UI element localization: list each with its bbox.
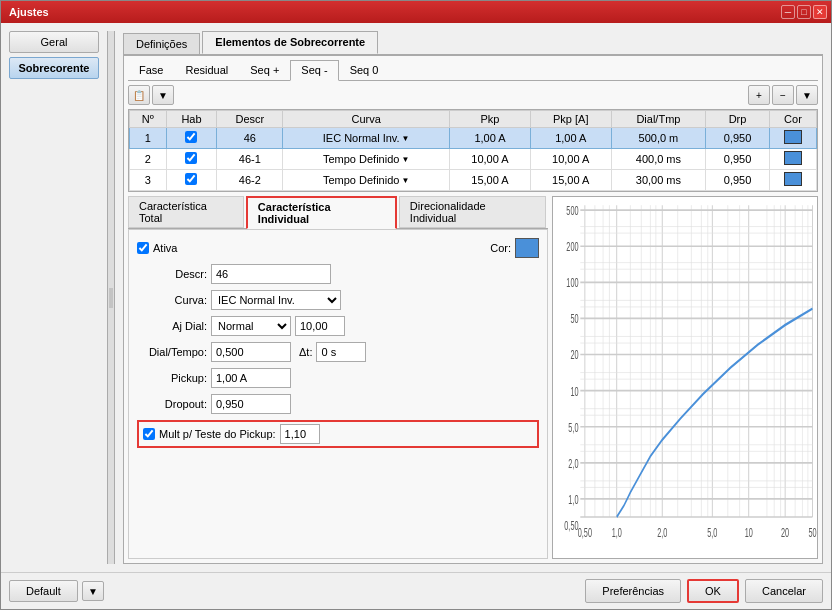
dial-tempo-label: Dial/Tempo: bbox=[137, 346, 207, 358]
add-button[interactable]: + bbox=[748, 85, 770, 105]
mult-row: Mult p/ Teste do Pickup: bbox=[137, 420, 539, 448]
curva-label: Curva: bbox=[137, 294, 207, 306]
cell-curva[interactable]: IEC Normal Inv.▼ bbox=[283, 128, 450, 149]
tab-residual[interactable]: Residual bbox=[174, 60, 239, 80]
cor-label: Cor: bbox=[490, 242, 511, 254]
svg-rect-2 bbox=[553, 197, 817, 558]
default-button[interactable]: Default bbox=[9, 580, 78, 602]
ativa-checkbox[interactable] bbox=[137, 242, 149, 254]
props-area: Característica Total Característica Indi… bbox=[128, 196, 548, 559]
ativa-row: Ativa Cor: bbox=[137, 238, 539, 258]
resize-handle[interactable] bbox=[107, 31, 115, 564]
ok-button[interactable]: OK bbox=[687, 579, 739, 603]
curva-select[interactable]: IEC Normal Inv. Tempo Definido bbox=[211, 290, 341, 310]
cell-descr: 46-2 bbox=[217, 170, 283, 191]
cell-curva[interactable]: Tempo Definido▼ bbox=[283, 170, 450, 191]
tab-elementos[interactable]: Elementos de Sobrecorrente bbox=[202, 31, 378, 54]
mult-input[interactable] bbox=[280, 424, 320, 444]
left-panel: Geral Sobrecorente bbox=[9, 31, 99, 564]
aj-dial-label: Aj Dial: bbox=[137, 320, 207, 332]
cancelar-button[interactable]: Cancelar bbox=[745, 579, 823, 603]
mult-checkbox[interactable] bbox=[143, 428, 155, 440]
default-dropdown[interactable]: ▼ bbox=[82, 581, 104, 601]
tab-caracteristica-individual[interactable]: Característica Individual bbox=[246, 196, 397, 229]
close-button[interactable]: ✕ bbox=[813, 5, 827, 19]
svg-text:10: 10 bbox=[745, 524, 753, 539]
chart-and-props: Característica Total Característica Indi… bbox=[128, 196, 818, 559]
dropout-input[interactable] bbox=[211, 394, 291, 414]
dial-tempo-row: Dial/Tempo: Δt: bbox=[137, 342, 539, 362]
cell-cor[interactable] bbox=[769, 149, 816, 170]
cell-cor[interactable] bbox=[769, 170, 816, 191]
minimize-button[interactable]: ─ bbox=[781, 5, 795, 19]
cell-descr: 46-1 bbox=[217, 149, 283, 170]
dropout-label: Dropout: bbox=[137, 398, 207, 410]
cell-dial: 30,00 ms bbox=[611, 170, 706, 191]
maximize-button[interactable]: □ bbox=[797, 5, 811, 19]
cell-cor[interactable] bbox=[769, 128, 816, 149]
cell-dial: 500,0 m bbox=[611, 128, 706, 149]
cell-hab[interactable] bbox=[166, 128, 217, 149]
cor-button[interactable] bbox=[515, 238, 539, 258]
svg-text:50: 50 bbox=[570, 311, 578, 326]
svg-text:2,0: 2,0 bbox=[568, 455, 578, 470]
main-content: Definições Elementos de Sobrecorrente Fa… bbox=[123, 31, 823, 564]
cell-hab[interactable] bbox=[166, 149, 217, 170]
cell-pkp: 1,00 A bbox=[450, 128, 531, 149]
content-panel: Fase Residual Seq + Seq - Seq 0 📋 ▼ + − … bbox=[123, 55, 823, 564]
col-cor: Cor bbox=[769, 111, 816, 128]
cell-num: 2 bbox=[130, 149, 167, 170]
delta-t-input[interactable] bbox=[316, 342, 366, 362]
outer-tab-bar: Definições Elementos de Sobrecorrente bbox=[123, 31, 823, 55]
tab-seq0[interactable]: Seq 0 bbox=[339, 60, 390, 80]
cell-drp: 0,950 bbox=[706, 170, 770, 191]
pickup-input[interactable] bbox=[211, 368, 291, 388]
cell-pkp: 10,00 A bbox=[450, 149, 531, 170]
col-dial: Dial/Tmp bbox=[611, 111, 706, 128]
ativa-label: Ativa bbox=[153, 242, 177, 254]
geral-button[interactable]: Geral bbox=[9, 31, 99, 53]
delta-t-label: Δt: bbox=[299, 346, 312, 358]
col-hab: Hab bbox=[166, 111, 217, 128]
window-title: Ajustes bbox=[9, 6, 49, 18]
tab-direcionalidade[interactable]: Direcionalidade Individual bbox=[399, 196, 546, 228]
cell-pkpa: 15,00 A bbox=[530, 170, 611, 191]
tab-caracteristica-total[interactable]: Característica Total bbox=[128, 196, 244, 228]
table-row[interactable]: 1 46 IEC Normal Inv.▼ 1,00 A 1,00 A 500,… bbox=[130, 128, 817, 149]
col-descr: Descr bbox=[217, 111, 283, 128]
dial-input[interactable] bbox=[211, 342, 291, 362]
preferencias-button[interactable]: Preferências bbox=[585, 579, 681, 603]
sobrecorrente-button[interactable]: Sobrecorente bbox=[9, 57, 99, 79]
cell-num: 1 bbox=[130, 128, 167, 149]
descr-input[interactable] bbox=[211, 264, 331, 284]
tab-seqn[interactable]: Seq - bbox=[290, 60, 338, 81]
remove-button[interactable]: − bbox=[772, 85, 794, 105]
aj-dial-select[interactable]: Normal bbox=[211, 316, 291, 336]
tab-fase[interactable]: Fase bbox=[128, 60, 174, 80]
tab-seqp[interactable]: Seq + bbox=[239, 60, 290, 80]
pickup-row: Pickup: bbox=[137, 368, 539, 388]
window-body: Geral Sobrecorente Definições Elementos … bbox=[1, 23, 831, 572]
cell-hab[interactable] bbox=[166, 170, 217, 191]
table-row[interactable]: 3 46-2 Tempo Definido▼ 15,00 A 15,00 A 3… bbox=[130, 170, 817, 191]
icon-toolbar-2[interactable]: ▼ bbox=[152, 85, 174, 105]
svg-text:5,0: 5,0 bbox=[568, 419, 578, 434]
icon-toolbar-1[interactable]: 📋 bbox=[128, 85, 150, 105]
col-pkpa: Pkp [A] bbox=[530, 111, 611, 128]
aj-dial-input[interactable] bbox=[295, 316, 345, 336]
svg-text:20: 20 bbox=[570, 347, 578, 362]
bottom-tabs: Característica Total Característica Indi… bbox=[128, 196, 548, 229]
tab-definicoes[interactable]: Definições bbox=[123, 33, 200, 54]
descr-row: Descr: bbox=[137, 264, 539, 284]
svg-text:200: 200 bbox=[566, 239, 578, 254]
svg-text:1,0: 1,0 bbox=[568, 491, 578, 506]
title-controls: ─ □ ✕ bbox=[781, 5, 827, 19]
mult-label: Mult p/ Teste do Pickup: bbox=[159, 428, 276, 440]
table-row[interactable]: 2 46-1 Tempo Definido▼ 10,00 A 10,00 A 4… bbox=[130, 149, 817, 170]
cell-curva[interactable]: Tempo Definido▼ bbox=[283, 149, 450, 170]
svg-text:5,0: 5,0 bbox=[707, 524, 717, 539]
bottom-bar: Default ▼ Preferências OK Cancelar bbox=[1, 572, 831, 609]
menu-button[interactable]: ▼ bbox=[796, 85, 818, 105]
col-pkp: Pkp bbox=[450, 111, 531, 128]
svg-text:100: 100 bbox=[566, 275, 578, 290]
